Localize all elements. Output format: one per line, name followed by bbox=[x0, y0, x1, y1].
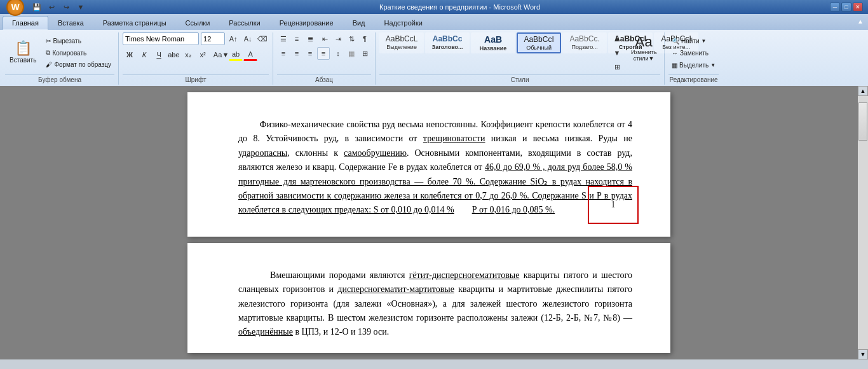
tab-addins[interactable]: Надстройки bbox=[375, 16, 432, 30]
scroll-down-arrow[interactable]: ▼ bbox=[858, 349, 868, 359]
office-button[interactable]: W bbox=[6, 0, 24, 16]
tab-layout[interactable]: Разметка страницы bbox=[93, 16, 176, 30]
justify-button[interactable]: ≡ bbox=[317, 47, 330, 60]
shading-button[interactable]: ▦ bbox=[345, 47, 358, 60]
styles-label: Стили bbox=[379, 74, 660, 85]
underline-button[interactable]: Ч bbox=[152, 48, 166, 61]
tab-mailings[interactable]: Рассылки bbox=[219, 16, 269, 30]
page1-paragraph: Физико-механические свойства руд весьма … bbox=[238, 118, 632, 218]
paste-label: Вставить bbox=[10, 57, 36, 64]
copy-button[interactable]: ⧉ Копировать bbox=[43, 47, 114, 59]
title-bar: W 💾 ↩ ↪ ▼ Краткие сведения о предприятии… bbox=[0, 0, 868, 14]
ribbon-scroll-up[interactable]: ▲ bbox=[855, 14, 865, 28]
line-spacing-button[interactable]: ↕ bbox=[332, 47, 344, 60]
superscript-button[interactable]: x² bbox=[196, 48, 210, 61]
italic-button[interactable]: К bbox=[137, 48, 151, 61]
format-buttons-row: Ж К Ч abc x₂ x² Аа▼ ab А bbox=[123, 48, 269, 61]
paste-button[interactable]: 📋 Вставить bbox=[5, 38, 41, 67]
styles-more-button[interactable]: ⊞ bbox=[611, 60, 623, 73]
strikethrough-button[interactable]: abc bbox=[166, 48, 180, 61]
ribbon-group-paragraph: ☰ ≡ ≣ ⇤ ⇥ ⇅ ¶ ≡ ≡ ≡ ≡ ↕ ▦ ⊞ Абзац bbox=[275, 32, 376, 85]
select-icon: ▦ bbox=[672, 62, 677, 69]
scroll-thumb[interactable] bbox=[858, 102, 867, 141]
styles-grid: AaBbCcL Выделение AaBbCс Заголово... АаВ… bbox=[379, 32, 608, 53]
find-icon: 🔍 bbox=[672, 38, 679, 45]
undo-button[interactable]: ↩ bbox=[45, 1, 58, 13]
scroll-track bbox=[858, 96, 868, 349]
replace-icon: ↔ bbox=[672, 50, 678, 57]
format-painter-icon: 🖌 bbox=[46, 61, 52, 68]
window-controls: ─ □ ✕ bbox=[830, 3, 863, 11]
document-scrollbar: ▲ ▼ bbox=[858, 86, 868, 359]
clipboard-group-content: 📋 Вставить ✂ Вырезать ⧉ Копировать 🖌 Фор… bbox=[5, 32, 114, 73]
document-wrapper: Физико-механические свойства руд весьма … bbox=[0, 86, 868, 359]
font-name-input[interactable] bbox=[123, 32, 199, 45]
style-heading1[interactable]: AaBbCс Заголово... bbox=[425, 32, 470, 53]
style-title[interactable]: АаВ Название bbox=[471, 32, 515, 53]
font-name-row: A↑ A↓ ⌫ bbox=[123, 32, 269, 45]
styles-scroll-up[interactable]: ▲ bbox=[611, 32, 623, 45]
minimize-button[interactable]: ─ bbox=[830, 3, 840, 11]
ribbon-tabs: Главная Вставка Разметка страницы Ссылки… bbox=[0, 14, 868, 30]
save-button[interactable]: 💾 bbox=[31, 1, 43, 13]
ribbon-group-styles: AaBbCcL Выделение AaBbCс Заголово... АаВ… bbox=[377, 32, 665, 85]
copy-icon: ⧉ bbox=[46, 49, 50, 57]
close-button[interactable]: ✕ bbox=[853, 3, 863, 11]
clear-format-button[interactable]: ⌫ bbox=[256, 32, 269, 45]
styles-scroll: ▲ ▼ ⊞ bbox=[611, 32, 623, 73]
numbered-list-button[interactable]: ≡ bbox=[290, 32, 303, 45]
tab-view[interactable]: Вид bbox=[343, 16, 375, 30]
style-label-heading1: Заголово... bbox=[431, 44, 464, 50]
sort-button[interactable]: ⇅ bbox=[345, 32, 358, 45]
increase-indent-button[interactable]: ⇥ bbox=[332, 32, 344, 45]
maximize-button[interactable]: □ bbox=[841, 3, 851, 11]
change-styles-label: Изменить стили▼ bbox=[631, 49, 656, 62]
ribbon-group-font: A↑ A↓ ⌫ Ж К Ч abc x₂ x² Аа▼ ab А Шрифт bbox=[120, 32, 273, 85]
style-label-normal: Обычный bbox=[523, 45, 555, 51]
subscript-button[interactable]: x₂ bbox=[181, 48, 195, 61]
cut-button[interactable]: ✂ Вырезать bbox=[43, 36, 114, 46]
change-case-button[interactable]: Аа▼ bbox=[214, 48, 228, 61]
bold-button[interactable]: Ж bbox=[123, 48, 137, 61]
find-dropdown-arrow: ▼ bbox=[702, 38, 707, 44]
replace-button[interactable]: ↔ Заменить bbox=[668, 48, 712, 59]
highlight-button[interactable]: ab bbox=[229, 48, 243, 61]
decrease-font-button[interactable]: A↓ bbox=[241, 32, 254, 45]
change-styles-icon: Аа bbox=[635, 35, 652, 49]
align-center-button[interactable]: ≡ bbox=[290, 47, 303, 60]
style-wydelenie[interactable]: AaBbCcL Выделение bbox=[379, 32, 424, 53]
style-normal[interactable]: AaBbCcI Обычный bbox=[517, 32, 561, 53]
style-subtitle[interactable]: AaBbCс. Подзаго... bbox=[562, 32, 607, 53]
font-size-input[interactable] bbox=[201, 32, 225, 45]
align-right-button[interactable]: ≡ bbox=[304, 47, 316, 60]
font-group-content: A↑ A↓ ⌫ Ж К Ч abc x₂ x² Аа▼ ab А bbox=[123, 32, 269, 73]
change-styles-button[interactable]: Аа Изменить стили▼ bbox=[627, 32, 660, 64]
font-color-button[interactable]: А bbox=[243, 48, 257, 61]
bullets-button[interactable]: ☰ bbox=[277, 32, 290, 45]
select-button[interactable]: ▦ Выделить ▼ bbox=[668, 60, 719, 71]
tab-home[interactable]: Главная bbox=[3, 16, 48, 30]
increase-font-button[interactable]: A↑ bbox=[227, 32, 240, 45]
redo-button[interactable]: ↪ bbox=[60, 1, 72, 13]
multilevel-list-button[interactable]: ≣ bbox=[304, 32, 316, 45]
paste-button-container: 📋 Вставить bbox=[5, 32, 41, 73]
tab-review[interactable]: Рецензирование bbox=[270, 16, 343, 30]
style-label-subtitle: Подзаго... bbox=[568, 44, 601, 50]
align-left-button[interactable]: ≡ bbox=[277, 47, 290, 60]
scroll-up-arrow[interactable]: ▲ bbox=[858, 86, 868, 96]
tab-references[interactable]: Ссылки bbox=[176, 16, 220, 30]
quick-access-dropdown[interactable]: ▼ bbox=[74, 1, 87, 13]
document-page-2: Вмешающими породами являются гётит-диспе… bbox=[187, 243, 670, 353]
decrease-indent-button[interactable]: ⇤ bbox=[318, 32, 331, 45]
editing-label: Редактирование bbox=[668, 74, 719, 85]
show-formatting-button[interactable]: ¶ bbox=[358, 32, 371, 45]
cut-icon: ✂ bbox=[46, 38, 51, 45]
ribbon-group-clipboard: 📋 Вставить ✂ Вырезать ⧉ Копировать 🖌 Фор… bbox=[3, 32, 119, 85]
borders-button[interactable]: ⊞ bbox=[358, 47, 371, 60]
format-painter-button[interactable]: 🖌 Формат по образцу bbox=[43, 59, 114, 70]
styles-scroll-down[interactable]: ▼ bbox=[611, 46, 623, 59]
tab-insert[interactable]: Вставка bbox=[48, 16, 93, 30]
select-dropdown-arrow: ▼ bbox=[710, 62, 715, 68]
find-button[interactable]: 🔍 Найти ▼ bbox=[668, 36, 709, 46]
paragraph-group-content: ☰ ≡ ≣ ⇤ ⇥ ⇅ ¶ ≡ ≡ ≡ ≡ ↕ ▦ ⊞ bbox=[277, 32, 371, 73]
